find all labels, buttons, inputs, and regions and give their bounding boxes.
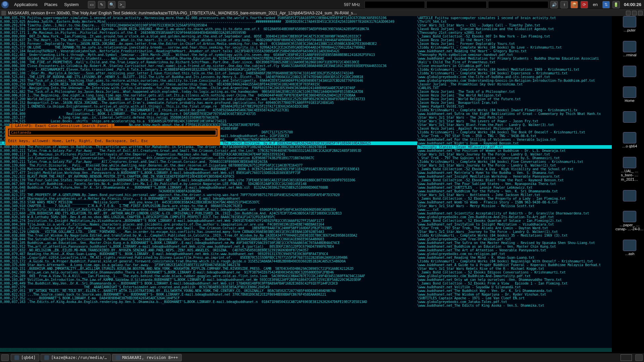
- viewer-row: 0,000,056,800 Realizations.1._BOOK.1.LIB…: [0, 112, 417, 116]
- desktop-icon[interactable]: [615, 190, 644, 202]
- desktop-icon[interactable]: …UAL_ …s_bare- …m_2021…: [615, 157, 644, 181]
- desktop-icon[interactable]: [615, 111, 644, 123]
- viewer-row: 0,000,067,088 Guided.Meditation.for.Prim…: [0, 57, 417, 60]
- task-terminal-kaze[interactable]: [kaze@kaze:/run/media/…: [41, 354, 110, 361]
- battery-icon[interactable]: 🔋: [612, 1, 620, 8]
- viewer-row: 0,000,021,101 Forever..Deplorably.Yours.…: [0, 42, 417, 46]
- viewer-row: \_Star_Trek_-_797_Star Trek - DS9 - TNG …: [417, 134, 612, 138]
- viewer-row: 0,000,113,259 Matrceta's.Hymn…to.the.Bud…: [0, 167, 417, 171]
- updates-icon[interactable]: ⟳: [581, 1, 588, 8]
- viewer-row: 0,000,297,051 _BY_JATAKA_TALES._RE-TOLD.…: [0, 289, 417, 293]
- viewer-row: 0,000,017,200 World.Religion.of.the.Futu…: [0, 97, 417, 101]
- viewer-row: \www.globalgreyebooks.com_Zen-Buddhism-A…: [417, 215, 612, 219]
- gnome-panel-bottom: [qb64] [kaze@kaze:/run/media/… MASAKARI,…: [0, 353, 644, 362]
- viewer-row: \Jason Reza Jorjani _The Task of a Philo…: [417, 90, 612, 94]
- viewer-row: 0,000,011,591 Iranian.Nationalism.and.th…: [0, 27, 417, 31]
- menu-system[interactable]: System: [61, 2, 82, 7]
- folder-icon: [623, 190, 636, 201]
- viewer-row: \www.globalgreyebooks.com_Tree-Of-Wisdom…: [417, 237, 612, 241]
- menu-places[interactable]: Places: [41, 2, 61, 7]
- bluetooth-icon[interactable]: ᚼ: [560, 1, 568, 8]
- viewer-row: \www.buddhanet.net_A Guide to a Proper B…: [417, 263, 612, 267]
- viewer-row: 0,000,039,250 CHAPTER.1. JASON.REZA.JORJ…: [0, 82, 417, 86]
- viewer-row: \Jason Reza Jorjani _The World Religion.…: [417, 94, 612, 97]
- minimize-button[interactable]: [626, 11, 631, 15]
- trash-icon[interactable]: [635, 354, 643, 361]
- workspace-pager[interactable]: [621, 354, 632, 361]
- sysmon-graph-3[interactable]: [488, 1, 548, 8]
- viewer-row: \Jason Reza Jorjani _Bonapartist Iran.tx…: [417, 101, 612, 105]
- launcher-editor-icon[interactable]: ✎: [98, 1, 105, 8]
- viewer-row: 0,000,036,048 Buddhism.for…the.Future…Ve…: [0, 186, 417, 189]
- network-icon[interactable]: ⇅: [602, 1, 610, 8]
- viewer-row: \_Star_Trek_-_797_Star Trek, The Aliens …: [417, 226, 612, 230]
- viewer-row: 0,000,217,352 ….....BUDDHANET'S_BOOK.LIB…: [0, 296, 417, 300]
- viewer-row: \www.buddhanet.net_The Sutra on the Mast…: [417, 241, 612, 245]
- viewer-right-filenames: \ARTICLE Fujitsu supercomputer simulates…: [417, 16, 612, 352]
- text-viewer[interactable]: 0,000,035,776 Fujitsu.supercomputer.simu…: [0, 16, 612, 352]
- menu-applications[interactable]: Applications: [11, 2, 41, 7]
- package-icon[interactable]: 📦: [571, 1, 578, 8]
- viewer-row: 0,000,006,293 The.Task.of.a.Cosmic.Teach…: [0, 79, 417, 82]
- sysmon-graph-2[interactable]: [426, 1, 487, 8]
- folder-icon: [623, 157, 636, 168]
- viewer-row: \www.buddhanet.net_Buddhism as an Educat…: [417, 245, 612, 248]
- launcher-terminal-icon[interactable]: >_: [118, 1, 125, 8]
- viewer-row: 0,000,002,192 1.ONENESS.(a.Unique.Enligh…: [0, 105, 417, 108]
- viewer-row: \Jiddu_Krishnamurti_-_Complete_Works_(84…: [417, 234, 612, 237]
- show-desktop-icon[interactable]: [1, 354, 9, 361]
- window-titlebar: MASAKARI, revision 8+++ 300x80, The 'Hol…: [0, 9, 644, 16]
- viewer-row: 0,000,097,379 __________________________…: [0, 285, 417, 289]
- desktop-icon[interactable]: …o qb64: [615, 132, 644, 148]
- viewer-row: 0,000,063,912 The…art.of…attention…Panny…: [0, 245, 417, 248]
- desktop-icon[interactable]: …ash: [615, 240, 644, 256]
- status-line: File Size: 678,559; Longest Line: 338; L…: [0, 348, 612, 352]
- viewer-row: \Jiddu_Krishnamurti_-_Complete_Works_(84…: [417, 46, 612, 49]
- viewer-row: 0,000,035,776 Fujitsu.supercomputer.simu…: [0, 16, 417, 20]
- folder-icon: [623, 66, 636, 77]
- viewer-row: \Star_Wars_3z1_Star Wars _ The Levers of…: [417, 119, 612, 123]
- maximize-button[interactable]: [632, 11, 637, 15]
- viewer-row: \Kali's Child_The_Fire_of_Prometheus.txt: [417, 60, 612, 64]
- search-panel: [ LAlt+F3: Exact Case-Sensitive Search P…: [5, 126, 220, 145]
- volume-icon[interactable]: 🔊: [550, 1, 558, 8]
- viewer-row: 0,000,020,349 W.R.Lethaby_5GHz-389..Rev.…: [0, 215, 417, 219]
- viewer-row: 0,000,042,980 Only…we.can.help.ourselves…: [0, 270, 417, 274]
- viewer-row: 0,000,034,547 Inner.Flowering.TALKS.WITH…: [0, 108, 417, 112]
- viewer-row: 0,000,102,129 LONDON.__VICTOR.GOLLANCZ.L…: [0, 230, 417, 234]
- folder-icon: [623, 132, 636, 143]
- launcher-search-icon[interactable]: 🔍: [108, 1, 115, 8]
- viewer-row: \Star_Wars_3z1_Star Wars - The Jedi Path…: [417, 116, 612, 119]
- task-masakari[interactable]: MASAKARI, revision 8+++: [112, 354, 182, 361]
- task-qb64[interactable]: [qb64]: [11, 354, 39, 361]
- desktop-icon[interactable]: …paper_ …csnap- …-24-0…: [615, 211, 644, 231]
- viewer-row: \Jason Reza Jorjani _ Iranian Nationalis…: [417, 27, 612, 31]
- viewer-row: 0,000,050,666 1st.Conversation.______2nd…: [0, 156, 417, 160]
- sysmon-graph-1[interactable]: [365, 1, 425, 8]
- folder-icon: [623, 240, 636, 251]
- launcher-files-icon[interactable]: ▭: [88, 1, 95, 8]
- search-input[interactable]: Castaneda: [9, 130, 216, 135]
- viewer-row: \Star_Wars_3z1_Star.Wars_Blast.from.the.…: [417, 123, 612, 127]
- viewer-row: \Jasonr Jorjani _The Promethius Sky Over…: [417, 82, 612, 86]
- desktop-icon[interactable]: [615, 66, 644, 78]
- clock[interactable]: 04:00:26: [621, 2, 644, 7]
- viewer-row: \www.globalgreyebooks.com_the-life-of-bu…: [417, 75, 612, 79]
- desktop-icon[interactable]: Home: [615, 86, 644, 103]
- viewer-row: 0,000,027,184 ReadingtheHeart..Venerable…: [0, 49, 417, 53]
- viewer-row: \www.buddhanet.net_Scientific Acceptabil…: [417, 212, 612, 215]
- viewer-row: 0,000,003,211 Tales.from.a.Galaxy.Far..F…: [0, 149, 417, 153]
- desktop-icon[interactable]: …rminal: [615, 41, 644, 57]
- viewer-row: 0,000,002,108 ..Dear.Ms..Mariyln.A.Decke…: [0, 71, 417, 75]
- keyboard-lang[interactable]: en: [589, 2, 601, 7]
- task-label: [qb64]: [21, 355, 36, 360]
- viewer-row: 0,000,022,923 ...The.Source.comes.back.t…: [0, 293, 417, 296]
- fedora-logo[interactable]: [1, 1, 9, 8]
- close-button[interactable]: [638, 11, 643, 15]
- viewer-row: 0,000,003,211 …Tales.from.a.Galaxy.Far.F…: [0, 226, 417, 230]
- desktop-icon[interactable]: …puter: [615, 16, 644, 32]
- folder-icon: [623, 111, 636, 123]
- viewer-row: \_James_Bond_Collection_-52_Ebooks_A Day…: [417, 167, 612, 171]
- desktop-icon-label: …o qb64: [622, 144, 637, 148]
- viewer-row: 0,000,375,600 Star.Wars.Aftermath.__A.Lo…: [0, 263, 417, 267]
